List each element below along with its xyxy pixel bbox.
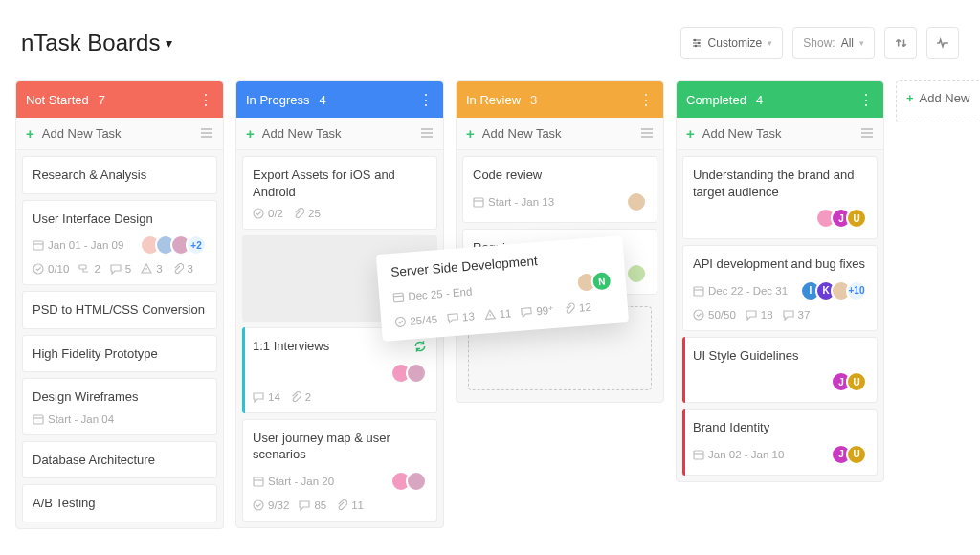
column-count: 4 xyxy=(756,93,763,107)
chevron-down-icon: ▾ xyxy=(859,38,864,48)
task-card[interactable]: PSD to HTML/CSS Conversion xyxy=(22,291,217,329)
assignees[interactable]: N xyxy=(581,270,613,293)
task-card[interactable]: Database Architecture xyxy=(22,441,217,479)
task-card[interactable]: 1:1 Interviews 14 2 xyxy=(242,327,437,413)
task-card[interactable]: High Fidelity Prototype xyxy=(22,335,217,373)
comments-meta: 13 xyxy=(447,310,476,323)
sort-button[interactable] xyxy=(884,27,917,59)
card-title: PSD to HTML/CSS Conversion xyxy=(33,301,207,319)
comment-icon xyxy=(746,309,757,321)
comments-meta: 85 xyxy=(299,500,326,511)
column-header[interactable]: Completed 4 ⋮ xyxy=(677,81,883,118)
check-icon xyxy=(253,500,264,511)
show-filter-button[interactable]: Show: All ▾ xyxy=(792,27,875,59)
task-card[interactable]: User journey map & user scenarios Start … xyxy=(242,419,437,522)
add-task-button[interactable]: + Add New Task xyxy=(457,118,663,150)
assignees[interactable] xyxy=(632,263,647,284)
column-name: Completed xyxy=(686,93,746,107)
avatar-more[interactable]: +10 xyxy=(846,280,867,301)
add-column-button[interactable]: + Add New xyxy=(896,80,980,122)
board-title[interactable]: nTask Boards ▾ xyxy=(21,30,172,56)
caret-down-icon: ▾ xyxy=(166,35,172,51)
column-menu-icon[interactable]: ⋮ xyxy=(418,91,434,109)
task-card[interactable]: Brand Identity Jan 02 - Jan 10 J U xyxy=(682,409,878,476)
column-menu-icon[interactable]: ⋮ xyxy=(638,91,654,109)
attachments-meta: 11 xyxy=(336,500,364,511)
add-task-button[interactable]: + Add New Task xyxy=(236,118,443,150)
alerts-meta: 11 xyxy=(483,307,512,321)
attach-icon xyxy=(290,391,301,403)
column-header[interactable]: In Review 3 ⋮ xyxy=(457,81,663,118)
alert-icon xyxy=(141,263,152,275)
card-title: Design Wireframes xyxy=(33,388,207,406)
checklist-meta: 25/45 xyxy=(394,313,438,327)
date-meta: Start - Jan 20 xyxy=(253,476,334,487)
task-card[interactable]: UI Style Guidelines J U xyxy=(682,337,878,404)
task-card[interactable]: Export Assets for iOS and Android 0/2 25 xyxy=(242,156,437,230)
column-name: In Progress xyxy=(246,93,309,107)
comment-icon xyxy=(299,500,310,511)
plus-icon: + xyxy=(906,91,914,105)
attach-icon xyxy=(564,302,576,315)
column-header[interactable]: In Progress 4 ⋮ xyxy=(236,81,443,118)
comments-meta: 37 xyxy=(783,309,811,321)
task-card[interactable]: User Interface Design Jan 01 - Jan 09 +2… xyxy=(22,200,217,286)
checklist-meta: 50/50 xyxy=(693,309,736,321)
card-title: Understanding the brand and target audie… xyxy=(693,166,867,200)
plus-icon: + xyxy=(246,125,255,142)
assignees[interactable] xyxy=(396,363,427,384)
assignees[interactable]: J U xyxy=(836,444,867,465)
add-column-label: Add New xyxy=(920,91,970,105)
column-menu-icon[interactable]: ⋮ xyxy=(858,91,874,109)
add-task-button[interactable]: + Add New Task xyxy=(677,118,883,150)
avatar-more[interactable]: +2 xyxy=(186,234,207,255)
card-accent xyxy=(682,409,685,476)
comment-icon xyxy=(521,306,533,319)
card-title: UI Style Guidelines xyxy=(693,347,867,365)
card-title: Research & Analysis xyxy=(33,166,207,184)
activity-icon xyxy=(936,36,949,50)
activity-button[interactable] xyxy=(926,27,959,59)
list-icon[interactable] xyxy=(420,128,434,140)
assignees[interactable]: +2 xyxy=(145,234,207,255)
column-not-started: Not Started 7 ⋮ + Add New Task Research … xyxy=(15,80,224,529)
task-card[interactable]: API development and bug fixes Dec 22 - D… xyxy=(682,245,878,331)
list-icon[interactable] xyxy=(200,128,213,140)
avatar xyxy=(626,263,647,284)
assignees[interactable] xyxy=(632,191,647,212)
card-title: High Fidelity Prototype xyxy=(33,345,207,363)
list-icon[interactable] xyxy=(860,128,874,140)
plus-icon: + xyxy=(466,125,475,142)
top-bar: nTask Boards ▾ Customize ▾ Show: All ▾ xyxy=(15,27,965,59)
date-meta: Jan 02 - Jan 10 xyxy=(693,449,784,460)
attachments-meta: 12 xyxy=(564,301,592,315)
card-accent xyxy=(242,327,245,413)
task-card[interactable]: A/B Testing xyxy=(22,484,217,522)
assignees[interactable]: J U xyxy=(821,208,867,229)
column-menu-icon[interactable]: ⋮ xyxy=(198,91,213,109)
date-meta: Dec 25 - End xyxy=(392,286,473,303)
column-name: In Review xyxy=(466,93,521,107)
check-icon xyxy=(33,263,44,275)
checklist-meta: 0/2 xyxy=(253,208,283,219)
column-header[interactable]: Not Started 7 ⋮ xyxy=(16,81,223,118)
assignees[interactable]: J U xyxy=(836,371,867,392)
comments-meta: 5 xyxy=(110,263,131,275)
comments-meta: 18 xyxy=(746,309,773,321)
task-card[interactable]: Research & Analysis xyxy=(22,156,217,194)
list-icon[interactable] xyxy=(640,128,654,140)
task-card[interactable]: Understanding the brand and target audie… xyxy=(682,156,878,239)
add-task-button[interactable]: + Add New Task xyxy=(16,118,223,150)
sliders-icon xyxy=(691,37,702,49)
task-card[interactable]: Code review Start - Jan 13 xyxy=(462,156,657,223)
customize-button[interactable]: Customize ▾ xyxy=(680,27,784,59)
messages-meta: 99⁺ xyxy=(521,303,555,320)
assignees[interactable]: I K +10 xyxy=(806,280,867,301)
card-list: Understanding the brand and target audie… xyxy=(677,150,883,481)
task-card[interactable]: Design Wireframes Start - Jan 04 xyxy=(22,378,217,435)
attach-icon xyxy=(293,208,304,219)
alerts-meta: 3 xyxy=(141,263,162,275)
assignees[interactable] xyxy=(396,471,427,492)
sort-icon xyxy=(894,36,907,50)
top-actions: Customize ▾ Show: All ▾ xyxy=(680,27,959,59)
